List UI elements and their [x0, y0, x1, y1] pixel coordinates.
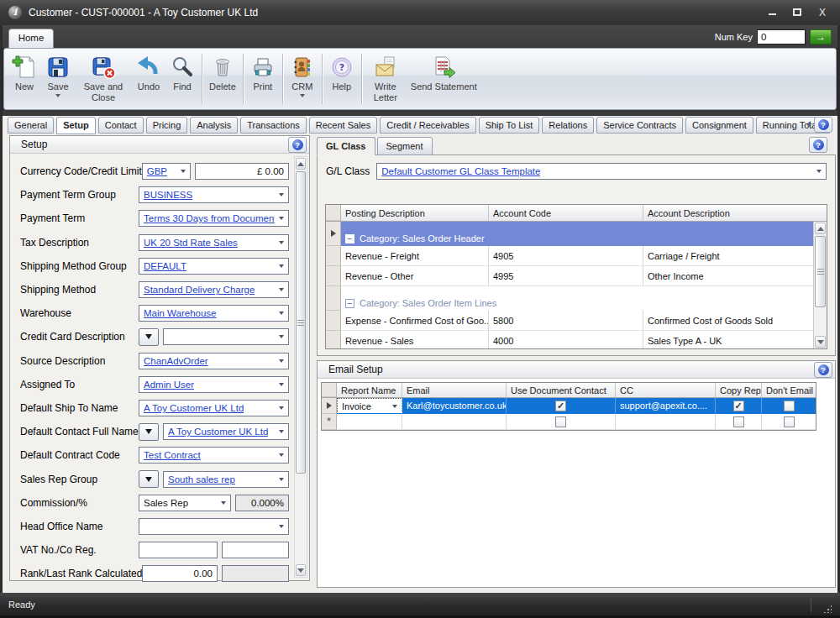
scroll-down-icon[interactable] — [296, 564, 306, 576]
payment-term-group-combo[interactable]: BUSINESS — [139, 186, 289, 203]
num-key-go-icon[interactable]: → — [810, 29, 832, 45]
delete-button[interactable]: Delete — [205, 51, 240, 107]
tax-description-combo[interactable]: UK 20 Std Rate Sales — [139, 234, 289, 251]
help-circle-icon[interactable]: ? — [809, 137, 827, 153]
sales-rep-group-combo[interactable]: South sales rep — [163, 471, 289, 488]
find-button[interactable]: Find — [165, 51, 199, 107]
tab-contact[interactable]: Contact — [98, 117, 144, 134]
crm-button[interactable]: CRM — [286, 51, 319, 107]
collapse-minus-icon[interactable] — [345, 299, 354, 308]
minimize-icon[interactable] — [766, 7, 778, 18]
payment-term-combo[interactable]: Terms 30 Days from Document Date — [139, 210, 289, 227]
tab-scroll-left-icon[interactable] — [806, 121, 811, 128]
assigned-to-combo[interactable]: Admin User — [139, 376, 289, 393]
help-button[interactable]: ? Help — [325, 51, 359, 107]
default-contact-dropdown-button[interactable] — [139, 423, 159, 441]
save-button[interactable]: Save — [41, 51, 75, 107]
report-name-cell[interactable]: Invoice — [337, 398, 402, 414]
default-ship-to-name-combo[interactable]: A Toy Customer UK Ltd — [139, 400, 289, 416]
close-icon[interactable]: X — [816, 7, 828, 18]
default-contract-code-combo[interactable]: Test Contract — [139, 447, 289, 464]
report-name-cell[interactable] — [337, 414, 402, 430]
shipping-method-group-combo[interactable]: DEFAULT — [139, 258, 289, 275]
source-description-combo[interactable]: ChanAdvOrder — [139, 353, 289, 369]
tab-general[interactable]: General — [8, 117, 54, 134]
column-header[interactable]: Copy Rep — [716, 383, 762, 397]
table-row[interactable]: Revenue - Sales 4000 Sales Type A - UK — [326, 331, 827, 349]
email-row[interactable]: Invoice Karl@toycustomer.co.uk support@a… — [322, 398, 816, 414]
currency-code-combo[interactable]: GBP — [142, 163, 191, 180]
help-circle-icon[interactable]: ? — [288, 137, 307, 153]
column-header[interactable]: Use Document Contact — [507, 383, 616, 397]
tab-pricing[interactable]: Pricing — [146, 117, 188, 134]
undo-button[interactable]: Undo — [132, 51, 165, 107]
tab-gl-class[interactable]: GL Class — [317, 137, 375, 155]
scroll-up-icon[interactable] — [815, 223, 826, 234]
checkbox-icon[interactable] — [784, 401, 795, 411]
column-header[interactable]: Posting Description — [341, 205, 489, 221]
save-and-close-button[interactable]: Save and Close — [75, 51, 132, 107]
column-header[interactable]: Don't Email — [762, 383, 816, 397]
vat-no-input[interactable] — [139, 542, 218, 558]
checkbox-icon[interactable] — [555, 401, 566, 411]
setup-scrollbar[interactable] — [294, 156, 307, 578]
warehouse-combo[interactable]: Main Warehouse — [139, 305, 289, 322]
group-row[interactable]: Category: Sales Order Item Lines — [326, 286, 827, 311]
send-statement-button[interactable]: Send Statement — [407, 51, 481, 107]
tab-service-contracts[interactable]: Service Contracts — [596, 117, 683, 134]
column-header[interactable]: CC — [616, 383, 716, 397]
tab-analysis[interactable]: Analysis — [190, 117, 238, 134]
group-row[interactable]: Category: Sales Order Header — [326, 222, 827, 246]
tab-transactions[interactable]: Transactions — [240, 117, 307, 134]
default-contact-full-name-combo[interactable]: A Toy Customer UK Ltd — [163, 423, 289, 440]
tab-recent-sales[interactable]: Recent Sales — [309, 117, 377, 134]
collapse-minus-icon[interactable] — [345, 234, 354, 244]
commission-type-combo[interactable]: Sales Rep — [139, 495, 231, 511]
checkbox-icon[interactable] — [733, 401, 744, 411]
num-key-input[interactable]: 0 — [757, 29, 806, 45]
cc-cell[interactable]: support@apexit.co.... — [616, 398, 716, 414]
column-header[interactable]: Account Code — [489, 205, 643, 221]
help-circle-icon[interactable]: ? — [814, 117, 832, 133]
scroll-up-icon[interactable] — [296, 158, 306, 170]
table-row[interactable]: Revenue - Other 4995 Other Income — [326, 266, 827, 286]
email-cell[interactable]: Karl@toycustomer.co.uk — [402, 398, 507, 414]
use-document-contact-cell[interactable] — [507, 414, 616, 430]
maximize-icon[interactable] — [791, 7, 803, 18]
gl-class-combo[interactable]: Default Customer GL Class Template — [376, 163, 827, 180]
credit-limit-input[interactable]: £ 0.00 — [195, 163, 289, 180]
scrollbar-thumb[interactable] — [296, 171, 306, 474]
gl-grid-scrollbar[interactable] — [813, 222, 827, 348]
table-row[interactable]: Expense - Confirmed Cost of Goo... 5800 … — [326, 311, 827, 331]
shipping-method-combo[interactable]: Standard Delivery Charge — [139, 281, 289, 298]
use-document-contact-cell[interactable] — [507, 398, 616, 414]
sales-rep-group-dropdown-button[interactable] — [139, 470, 159, 488]
tab-relations[interactable]: Relations — [542, 117, 594, 134]
copy-rep-cell[interactable] — [716, 398, 762, 414]
email-new-row[interactable]: * — [322, 414, 816, 430]
head-office-name-combo[interactable] — [139, 518, 289, 535]
column-header[interactable]: Report Name — [337, 383, 402, 397]
column-header[interactable]: Account Description — [643, 205, 827, 221]
tab-consignment[interactable]: Consignment — [685, 117, 753, 134]
scroll-down-icon[interactable] — [815, 336, 826, 348]
tab-setup[interactable]: Setup — [56, 117, 96, 134]
rank-input[interactable]: 0.00 — [142, 565, 218, 582]
dont-email-cell[interactable] — [762, 398, 816, 414]
email-cell[interactable] — [402, 414, 507, 430]
co-reg-input[interactable] — [222, 542, 289, 558]
dont-email-cell[interactable] — [762, 414, 816, 430]
checkbox-icon[interactable] — [784, 416, 795, 427]
checkbox-icon[interactable] — [733, 416, 744, 427]
credit-card-description-combo[interactable] — [163, 328, 289, 345]
print-button[interactable]: Print — [246, 51, 280, 107]
new-button[interactable]: New — [8, 51, 41, 107]
copy-rep-cell[interactable] — [716, 414, 762, 430]
tab-credit-receivables[interactable]: Credit / Receivables — [380, 117, 475, 134]
tab-ship-to-list[interactable]: Ship To List — [479, 117, 540, 134]
tab-home[interactable]: Home — [8, 29, 54, 48]
table-row[interactable]: Revenue - Freight 4905 Carriage / Freigh… — [326, 246, 827, 266]
tab-segment[interactable]: Segment — [377, 137, 433, 155]
help-circle-icon[interactable]: ? — [814, 362, 832, 378]
cc-cell[interactable] — [616, 414, 716, 430]
